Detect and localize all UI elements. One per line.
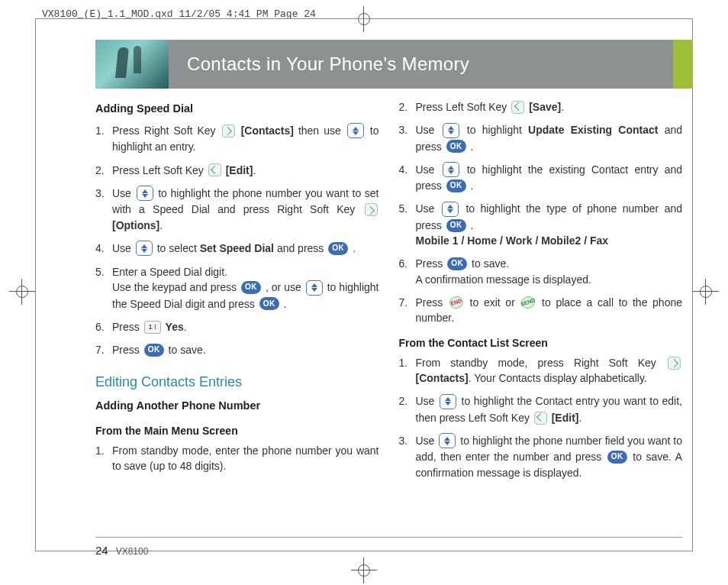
main-menu-steps: 1. From standby mode, enter the phone nu… <box>95 443 379 474</box>
ok-key-icon: OK <box>447 257 467 270</box>
list-item: 3. Use to highlight the phone number fie… <box>399 433 683 480</box>
navigation-key-icon <box>439 433 456 448</box>
list-item: 2. Press Left Soft Key [Save]. <box>399 99 683 115</box>
list-item: 5. Enter a Speed Dial digit. Use the key… <box>95 264 379 312</box>
left-soft-key-icon <box>208 163 221 176</box>
body-content: Adding Speed Dial 1. Press Right Soft Ke… <box>95 99 682 539</box>
heading-from-contact-list: From the Contact List Screen <box>399 335 683 351</box>
registration-mark-left <box>9 279 35 305</box>
navigation-key-icon <box>443 123 459 138</box>
ok-key-icon: OK <box>607 451 627 464</box>
list-item: 2. Press Left Soft Key [Edit]. <box>95 163 379 178</box>
ok-key-icon: OK <box>241 281 261 294</box>
ok-key-icon: OK <box>446 219 466 232</box>
heading-adding-another-number: Adding Another Phone Number <box>95 398 379 414</box>
end-key-icon: END <box>448 295 465 311</box>
ok-key-icon: OK <box>446 179 466 192</box>
banner-accent <box>673 40 693 89</box>
heading-from-main-menu: From the Main Menu Screen <box>95 423 379 438</box>
list-item: 6. Press OK to save. A confirmation mess… <box>399 256 683 287</box>
keypad-1-icon: 1 ⁝ <box>144 321 161 334</box>
contact-list-steps: 1. From standby mode, press Right Soft K… <box>399 355 683 480</box>
list-item: 5. Use to highlight the type of phone nu… <box>399 201 683 248</box>
banner-title: Contacts in Your Phone's Memory <box>169 40 673 89</box>
banner-image <box>95 40 169 89</box>
list-item: 2. Use to highlight the Contact entry yo… <box>399 393 683 425</box>
list-item: 1. From standby mode, press Right Soft K… <box>399 355 683 386</box>
page-footer: 24 VX8100 <box>95 537 682 559</box>
navigation-key-icon <box>137 186 153 201</box>
list-item: 3. Use to highlight the phone number you… <box>95 186 379 233</box>
navigation-key-icon <box>440 394 456 409</box>
ok-key-icon: OK <box>446 140 466 153</box>
right-soft-key-icon <box>365 203 378 216</box>
list-item: 7. Press OK to save. <box>95 342 379 357</box>
right-soft-key-icon <box>668 357 681 370</box>
list-item: 3. Use to highlight Update Existing Cont… <box>399 122 683 154</box>
heading-adding-speed-dial: Adding Speed Dial <box>95 101 379 117</box>
list-item: 1. From standby mode, enter the phone nu… <box>95 443 379 474</box>
navigation-key-icon <box>136 241 153 256</box>
left-soft-key-icon <box>534 412 547 425</box>
speed-dial-steps: 1. Press Right Soft Key [Contacts] then … <box>95 123 379 358</box>
ok-key-icon: OK <box>144 344 164 357</box>
registration-mark-bottom <box>351 558 377 583</box>
right-soft-key-icon <box>222 124 235 137</box>
left-soft-key-icon <box>511 101 524 114</box>
page-number: 24 <box>95 542 108 559</box>
chapter-banner: Contacts in Your Phone's Memory <box>95 40 693 89</box>
ok-key-icon: OK <box>328 242 348 255</box>
navigation-key-icon <box>347 123 364 138</box>
ok-key-icon: OK <box>259 297 279 310</box>
list-item: 1. Press Right Soft Key [Contacts] then … <box>95 123 379 155</box>
main-menu-steps-cont: 2. Press Left Soft Key [Save]. 3. Use to… <box>399 99 683 326</box>
model-name: VX8100 <box>116 545 149 558</box>
send-key-icon: SEND <box>520 295 536 311</box>
list-item: 4. Use to highlight the existing Contact… <box>399 162 683 194</box>
list-item: 7. Press END to exit or SEND to place a … <box>399 295 683 326</box>
list-item: 6. Press 1 ⁝ Yes. <box>95 319 379 335</box>
navigation-key-icon <box>442 202 459 217</box>
navigation-key-icon <box>306 280 323 296</box>
navigation-key-icon <box>443 162 459 177</box>
heading-editing-contacts: Editing Contacts Entries <box>95 372 379 392</box>
registration-mark-right <box>693 279 719 305</box>
list-item: 4. Use to select Set Speed Dial and pres… <box>95 241 379 257</box>
